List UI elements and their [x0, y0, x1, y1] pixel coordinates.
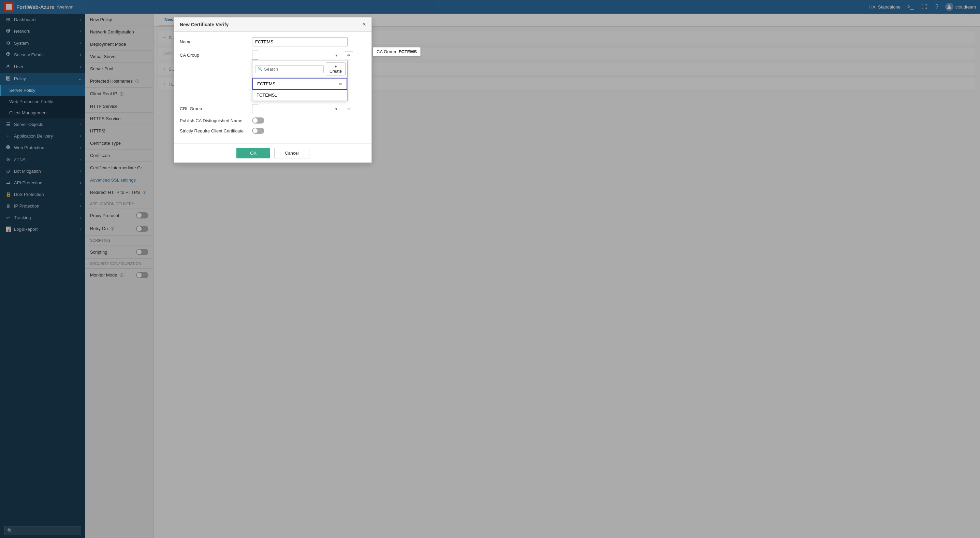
ca-group-edit-button[interactable]: ✏ — [345, 51, 353, 59]
crl-group-select-wrapper: ▼ — [252, 104, 341, 113]
dropdown-fctems1-label: FCTEMS1 — [256, 93, 277, 97]
tooltip-label: CA Group — [377, 49, 396, 54]
select-arrow-icon: ▼ — [335, 53, 338, 57]
publish-ca-dn-label: Publish CA Distinguished Name — [180, 118, 248, 123]
modal-overlay: New Certificate Verify × Name CA Group ▼ — [0, 0, 980, 538]
publish-ca-dn-toggle[interactable] — [252, 117, 264, 124]
ok-button[interactable]: OK — [236, 148, 270, 158]
strictly-require-row: Strictly Require Client Certificate — [180, 128, 366, 134]
ca-group-select-wrapper: ▼ 🔍 + Create FCTEMS ✏ — [252, 51, 341, 60]
name-label: Name — [180, 39, 248, 45]
crl-group-edit-button[interactable]: ✏ — [345, 105, 353, 113]
ca-group-select[interactable] — [252, 51, 258, 60]
modal-close-button[interactable]: × — [362, 21, 366, 28]
ca-group-label: CA Group — [180, 53, 248, 58]
publish-ca-dn-row: Publish CA Distinguished Name — [180, 117, 366, 124]
name-input[interactable] — [252, 37, 348, 46]
create-button[interactable]: + Create — [326, 62, 345, 75]
dropdown-fctems-label: FCTEMS — [257, 81, 275, 86]
crl-group-select[interactable] — [252, 104, 258, 113]
select-arrow-icon: ▼ — [335, 107, 338, 110]
name-field-row: Name — [180, 37, 366, 46]
certificate-verify-modal: New Certificate Verify × Name CA Group ▼ — [174, 17, 372, 163]
strictly-require-toggle[interactable] — [252, 128, 264, 134]
dropdown-item-fctems[interactable]: FCTEMS ✏ — [253, 78, 347, 90]
ca-group-tooltip: CA Group FCTEMS — [373, 47, 421, 56]
search-icon: 🔍 — [258, 67, 262, 71]
cancel-button[interactable]: Cancel — [274, 148, 309, 158]
edit-icon[interactable]: ✏ — [339, 81, 342, 86]
modal-footer: OK Cancel — [174, 144, 371, 163]
ca-group-field-row: CA Group ▼ 🔍 — [180, 51, 366, 60]
modal-header: New Certificate Verify × — [174, 18, 371, 32]
crl-group-label: CRL Group — [180, 106, 248, 111]
tooltip-value: FCTEMS — [399, 49, 417, 54]
modal-body: Name CA Group ▼ — [174, 32, 371, 144]
dropdown-search-row: 🔍 + Create — [253, 61, 347, 78]
dropdown-item-fctems1[interactable]: FCTEMS1 — [253, 90, 347, 101]
modal-title: New Certificate Verify — [180, 22, 229, 27]
crl-group-field-row: CRL Group ▼ ✏ — [180, 104, 366, 113]
dropdown-search-input[interactable] — [264, 67, 321, 72]
strictly-require-label: Strictly Require Client Certificate — [180, 128, 248, 134]
ca-group-dropdown: 🔍 + Create FCTEMS ✏ FCTEMS1 — [252, 60, 348, 101]
